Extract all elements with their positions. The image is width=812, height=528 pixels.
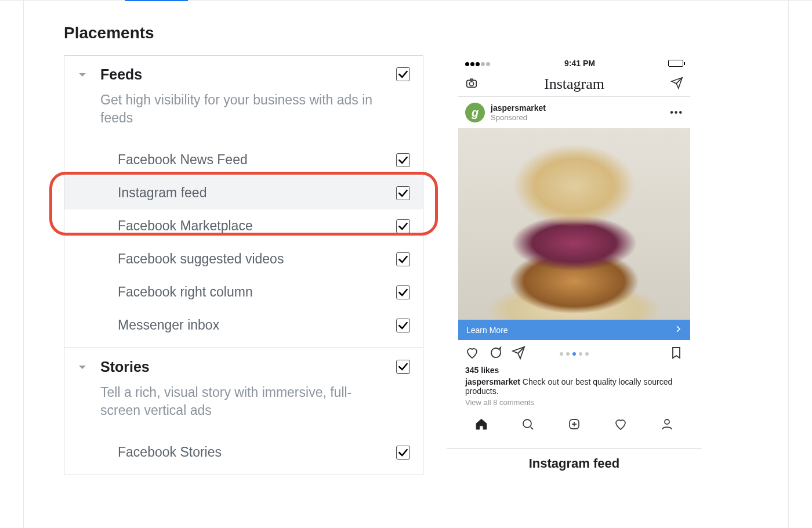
account-name: jaspersmarket [491, 103, 664, 113]
bookmark-icon [669, 346, 683, 362]
profile-icon [660, 417, 674, 433]
chevron-down-icon[interactable] [77, 70, 88, 80]
placement-item-fb-right-column[interactable]: Facebook right column [77, 276, 410, 309]
account-avatar: g [465, 103, 485, 122]
carousel-dots [560, 352, 589, 356]
battery-icon [668, 60, 683, 67]
post-caption: jaspersmarket Check out our best quality… [465, 377, 683, 396]
placements-panel: Feeds Get high visibility for your busin… [64, 55, 423, 475]
view-all-comments: View all 8 comments [465, 398, 683, 407]
cta-bar: Learn More [458, 320, 690, 340]
svg-point-1 [469, 81, 473, 85]
placement-group-stories: Stories Tell a rich, visual story with i… [64, 348, 423, 475]
comment-icon [488, 346, 502, 362]
share-icon [512, 346, 525, 362]
likes-count: 345 likes [465, 366, 683, 375]
chevron-down-icon[interactable] [77, 362, 88, 373]
placement-item-fb-news-feed[interactable]: Facebook News Feed [77, 143, 410, 176]
signal-icon [465, 59, 491, 68]
send-icon [670, 77, 683, 92]
active-tab-indicator [125, 0, 188, 1]
checkbox-fb-suggested-videos[interactable] [396, 252, 410, 266]
placement-item-fb-suggested-videos[interactable]: Facebook suggested videos [77, 243, 410, 276]
camera-icon [465, 77, 478, 92]
checkbox-fb-right-column[interactable] [396, 285, 410, 299]
placement-item-messenger-inbox[interactable]: Messenger inbox [77, 309, 410, 342]
heart-icon [614, 417, 628, 433]
group-title: Stories [100, 359, 383, 375]
section-title: Placements [64, 24, 748, 42]
instagram-logo: Instagram [544, 75, 604, 93]
group-description: Tell a rich, visual story with immersive… [100, 384, 383, 419]
group-title: Feeds [100, 66, 383, 83]
preview-divider [447, 449, 702, 449]
placement-item-fb-stories[interactable]: Facebook Stories [77, 436, 410, 469]
phone-preview: 9:41 PM Instagram g jaspersmarket Sponso… [458, 55, 690, 439]
svg-point-2 [523, 419, 531, 428]
svg-point-4 [665, 419, 669, 424]
preview-title: Instagram feed [529, 456, 620, 471]
placement-item-fb-marketplace[interactable]: Facebook Marketplace [77, 209, 410, 243]
group-checkbox-stories[interactable] [396, 360, 410, 374]
group-description: Get high visibility for your business wi… [100, 91, 383, 127]
preview-column: 9:41 PM Instagram g jaspersmarket Sponso… [447, 55, 702, 471]
checkbox-fb-news-feed[interactable] [396, 153, 410, 167]
group-checkbox-feeds[interactable] [396, 67, 410, 81]
chevron-right-icon [674, 325, 682, 335]
phone-statusbar: 9:41 PM [458, 55, 690, 71]
post-actions [458, 340, 690, 366]
heart-icon [465, 346, 479, 362]
search-icon [521, 417, 535, 433]
sponsored-label: Sponsored [491, 113, 664, 122]
more-icon: ••• [670, 107, 683, 118]
checkbox-fb-stories[interactable] [396, 446, 410, 460]
instagram-tabbar [458, 411, 690, 439]
checkbox-messenger-inbox[interactable] [396, 319, 410, 332]
plus-icon [567, 417, 581, 433]
home-icon [474, 417, 488, 433]
checkbox-ig-feed[interactable] [396, 186, 410, 200]
placement-group-feeds: Feeds Get high visibility for your busin… [64, 56, 423, 348]
post-image [458, 128, 690, 320]
checkbox-fb-marketplace[interactable] [396, 219, 410, 233]
instagram-topnav: Instagram [458, 71, 690, 97]
placement-item-ig-feed[interactable]: Instagram feed [64, 176, 423, 209]
cta-label: Learn More [466, 326, 508, 335]
post-header: g jaspersmarket Sponsored ••• [458, 97, 690, 128]
status-time: 9:41 PM [564, 59, 595, 68]
